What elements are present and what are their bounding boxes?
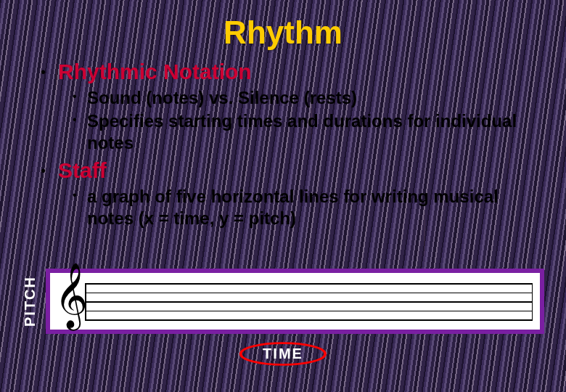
staff-line <box>85 293 533 294</box>
list-item: a graph of five horizontal lines for wri… <box>87 186 544 229</box>
bullet-text: Sound (notes) vs. Silence (rests) <box>87 87 544 109</box>
x-axis-label: TIME <box>263 346 303 362</box>
slide-content: Rhythm Rhythmic Notation Sound (notes) v… <box>0 0 566 392</box>
staff-line <box>85 283 533 285</box>
x-axis-area: TIME <box>0 341 566 367</box>
y-axis-label: PITCH <box>22 276 38 327</box>
bullet-text: a graph of five horizontal lines for wri… <box>87 186 544 229</box>
list-item: Specifies starting times and durations f… <box>87 110 544 154</box>
bullet-rhythmic-notation: Rhythmic Notation Sound (notes) vs. Sile… <box>58 60 544 154</box>
x-axis-label-container: TIME <box>238 341 328 367</box>
treble-clef-icon: 𝄞 <box>54 267 88 324</box>
staff-lines <box>85 283 533 319</box>
heading-rhythmic-notation: Rhythmic Notation <box>58 60 544 84</box>
staff-diagram: PITCH 𝄞 <box>22 269 544 334</box>
sub-list: a graph of five horizontal lines for wri… <box>58 186 544 229</box>
bullet-text: Specifies starting times and durations f… <box>87 110 544 154</box>
staff-frame: 𝄞 <box>46 269 544 334</box>
list-item: Sound (notes) vs. Silence (rests) <box>87 87 544 109</box>
bullet-staff: Staff a graph of five horizontal lines f… <box>58 158 544 229</box>
sub-list: Sound (notes) vs. Silence (rests) Specif… <box>58 87 544 154</box>
staff-line <box>85 319 533 321</box>
staff-line <box>85 301 533 303</box>
slide-title: Rhythm <box>22 15 544 51</box>
staff-line <box>85 311 533 312</box>
bullet-list: Rhythmic Notation Sound (notes) vs. Sile… <box>22 60 544 229</box>
heading-staff: Staff <box>58 158 544 183</box>
